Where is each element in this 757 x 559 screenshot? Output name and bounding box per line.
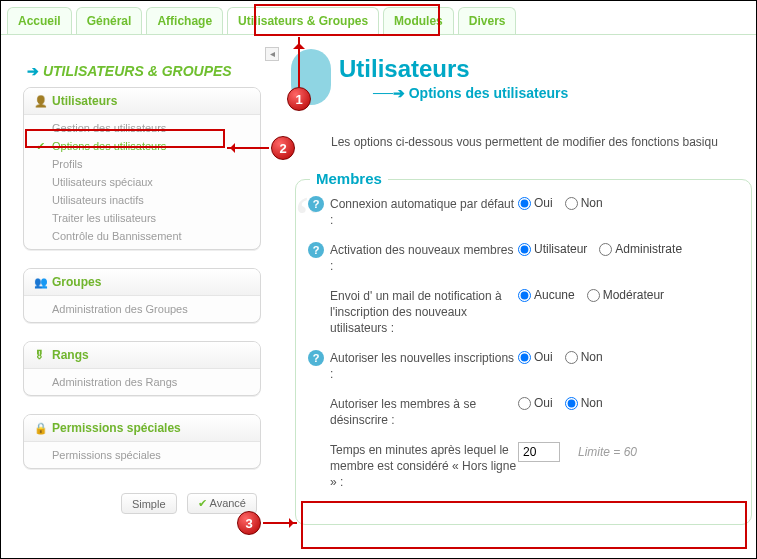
allow-unreg-yes[interactable]: Oui <box>518 396 553 410</box>
allow-reg-yes[interactable]: Oui <box>518 350 553 364</box>
top-tabs: Accueil Général Affichage Utilisateurs &… <box>1 1 756 35</box>
offline-time-input[interactable] <box>518 442 560 462</box>
sidebar-item-inactifs[interactable]: Utilisateurs inactifs <box>24 191 260 209</box>
section-ranks-label: Rangs <box>52 348 89 362</box>
tab-users-groups[interactable]: Utilisateurs & Groupes <box>227 7 379 34</box>
callout-2: 2 <box>271 136 295 160</box>
sidebar-item-traiter[interactable]: Traiter les utilisateurs <box>24 209 260 227</box>
section-perms: Permissions spéciales Permissions spécia… <box>23 414 261 469</box>
callout-1: 1 <box>287 87 311 111</box>
main-panel: ◂ Utilisateurs ──➔ Options des utilisate… <box>271 35 756 525</box>
section-users-label: Utilisateurs <box>52 94 117 108</box>
sidebar: ➔ UTILISATEURS & GROUPES Utilisateurs Ge… <box>1 35 271 525</box>
row-activation: ?Activation des nouveaux membres : Utili… <box>308 242 739 274</box>
autoconnect-label: Connexion automatique par défaut : <box>330 196 518 228</box>
arrowhead-up-icon <box>293 37 305 49</box>
tab-modules[interactable]: Modules <box>383 7 454 34</box>
callout-arrow-3 <box>263 522 297 524</box>
mail-label: Envoi d' un mail de notification à l'ins… <box>330 288 518 336</box>
rank-icon <box>34 348 48 362</box>
autoconnect-no[interactable]: Non <box>565 196 603 210</box>
section-perms-label: Permissions spéciales <box>52 421 181 435</box>
offline-time-label: Temps en minutes après lequel le membre … <box>330 442 518 490</box>
allow-reg-no[interactable]: Non <box>565 350 603 364</box>
members-legend: Membres <box>310 170 388 187</box>
arrow-right-icon: ➔ <box>27 63 39 79</box>
sidebar-item-admin-groups[interactable]: Administration des Groupes <box>24 300 260 318</box>
section-users: Utilisateurs Gestion des utilisateurs Op… <box>23 87 261 250</box>
sidebar-item-gestion[interactable]: Gestion des utilisateurs <box>24 119 260 137</box>
tab-general[interactable]: Général <box>76 7 143 34</box>
mail-none[interactable]: Aucune <box>518 288 575 302</box>
section-users-head[interactable]: Utilisateurs <box>24 88 260 115</box>
activation-user[interactable]: Utilisateur <box>518 242 587 256</box>
allow-unreg-no[interactable]: Non <box>565 396 603 410</box>
offline-time-hint: Limite = 60 <box>578 445 637 459</box>
user-icon <box>34 94 48 108</box>
activation-admin[interactable]: Administrate <box>599 242 682 256</box>
sidebar-item-profils[interactable]: Profils <box>24 155 260 173</box>
group-icon <box>34 275 48 289</box>
section-ranks-head[interactable]: Rangs <box>24 342 260 369</box>
row-allow-unreg: Autoriser les membres à se désinscrire :… <box>308 396 739 428</box>
collapse-sidebar-button[interactable]: ◂ <box>265 47 279 61</box>
autoconnect-yes[interactable]: Oui <box>518 196 553 210</box>
row-mail: Envoi d' un mail de notification à l'ins… <box>308 288 739 336</box>
sidebar-item-speciaux[interactable]: Utilisateurs spéciaux <box>24 173 260 191</box>
activation-label: Activation des nouveaux membres : <box>330 242 518 274</box>
allow-reg-label: Autoriser les nouvelles inscriptions : <box>330 350 518 382</box>
row-autoconnect: ?Connexion automatique par défaut : Oui … <box>308 196 739 228</box>
check-icon: ✔ <box>198 497 207 509</box>
tab-divers[interactable]: Divers <box>458 7 517 34</box>
tab-affichage[interactable]: Affichage <box>146 7 223 34</box>
lock-icon <box>34 421 48 435</box>
row-offline-time: Temps en minutes après lequel le membre … <box>308 442 739 490</box>
row-allow-reg: ?Autoriser les nouvelles inscriptions : … <box>308 350 739 382</box>
help-icon[interactable]: ? <box>308 196 324 212</box>
mode-buttons: Simple ✔Avancé <box>23 487 261 514</box>
section-groups-head[interactable]: Groupes <box>24 269 260 296</box>
page-title: Utilisateurs <box>339 55 568 83</box>
section-ranks: Rangs Administration des Rangs <box>23 341 261 396</box>
section-perms-head[interactable]: Permissions spéciales <box>24 415 260 442</box>
sidebar-item-ban[interactable]: Contrôle du Bannissement <box>24 227 260 245</box>
help-icon[interactable]: ? <box>308 242 324 258</box>
allow-unreg-label: Autoriser les membres à se désinscrire : <box>330 396 518 428</box>
intro-text: Les options ci-dessous vous permettent d… <box>331 135 756 149</box>
sidebar-item-perms[interactable]: Permissions spéciales <box>24 446 260 464</box>
simple-button[interactable]: Simple <box>121 493 177 514</box>
callout-arrow-2 <box>227 147 269 149</box>
page-subtitle: ──➔ Options des utilisateurs <box>373 85 568 101</box>
sidebar-title: ➔ UTILISATEURS & GROUPES <box>27 63 261 79</box>
callout-3: 3 <box>237 511 261 535</box>
help-icon[interactable]: ? <box>308 350 324 366</box>
section-groups: Groupes Administration des Groupes <box>23 268 261 323</box>
members-fieldset: Membres ?Connexion automatique par défau… <box>295 179 752 525</box>
tab-accueil[interactable]: Accueil <box>7 7 72 34</box>
mail-mod[interactable]: Modérateur <box>587 288 664 302</box>
section-groups-label: Groupes <box>52 275 101 289</box>
sidebar-item-admin-ranks[interactable]: Administration des Rangs <box>24 373 260 391</box>
